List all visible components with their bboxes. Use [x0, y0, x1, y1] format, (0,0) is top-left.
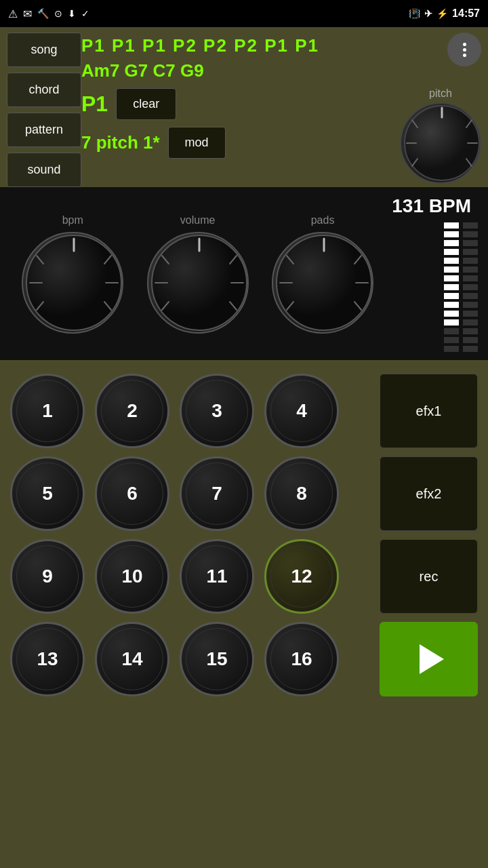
pad-1[interactable]: 1	[10, 374, 85, 448]
rec-button[interactable]: rec	[380, 539, 478, 614]
current-pattern-id: P1	[81, 92, 108, 117]
pad-14[interactable]: 14	[95, 622, 169, 696]
bpm-knob[interactable]	[22, 232, 123, 334]
pad-13[interactable]: 13	[10, 622, 85, 696]
pitch-knob[interactable]	[400, 102, 481, 184]
pad-7[interactable]: 7	[180, 456, 254, 531]
bpm-value: 131 BPM	[392, 195, 478, 217]
volume-knob-svg[interactable]	[148, 232, 247, 334]
pad-3[interactable]: 3	[180, 374, 254, 448]
pattern-sequence: P1 P1 P1 P2 P2 P2 P1 P1	[81, 35, 400, 56]
left-nav-buttons: song chord pattern sound	[7, 33, 81, 187]
mail-icon: ✉	[23, 7, 32, 20]
pattern-controls: P1 clear	[81, 88, 400, 120]
bpm-label: bpm	[62, 214, 83, 226]
more-options-button[interactable]	[447, 33, 481, 66]
status-right-icons: 📳 ✈ ⚡ 14:57	[409, 7, 480, 20]
volume-label: volume	[180, 214, 216, 226]
pads-knob[interactable]	[272, 232, 373, 334]
more-dot-2	[463, 48, 466, 52]
mod-button[interactable]: mod	[168, 127, 226, 159]
pad-10[interactable]: 10	[95, 539, 169, 614]
right-level-bar	[463, 222, 478, 352]
more-dot-3	[463, 54, 466, 57]
pads-knob-svg[interactable]	[273, 232, 372, 334]
play-button[interactable]	[380, 622, 478, 696]
pads-section: 1 2 3 4 efx1 5 6 7 8 efx2 9 10 11 12 rec…	[0, 367, 488, 703]
pad-11[interactable]: 11	[180, 539, 254, 614]
pad-4[interactable]: 4	[264, 374, 339, 448]
pad-12[interactable]: 12	[264, 539, 339, 614]
globe-icon: ⊙	[54, 8, 62, 19]
warning-icon: ⚠	[8, 7, 18, 20]
sound-button[interactable]: sound	[7, 153, 81, 187]
song-button[interactable]: song	[7, 33, 81, 67]
hammer-icon: 🔨	[37, 8, 49, 19]
efx1-button[interactable]: efx1	[380, 374, 478, 448]
vibrate-icon: 📳	[409, 8, 420, 19]
pitch-label: pitch	[429, 87, 452, 100]
more-dot-1	[463, 43, 466, 46]
status-icons: ⚠ ✉ 🔨 ⊙ ⬇ ✓	[8, 7, 89, 20]
volume-knob-group: volume	[135, 214, 260, 334]
clock: 14:57	[452, 7, 480, 20]
volume-knob[interactable]	[147, 232, 249, 334]
sound-controls: 7 pitch 1* mod	[81, 127, 400, 159]
pad-2[interactable]: 2	[95, 374, 169, 448]
pad-row-2: 5 6 7 8 efx2	[10, 456, 478, 531]
pad-9[interactable]: 9	[10, 539, 85, 614]
left-level-bar	[444, 222, 459, 352]
pitch-knob-svg[interactable]	[401, 102, 480, 184]
chord-progression: Am7 G7 C7 G9	[81, 60, 400, 81]
pattern-button[interactable]: pattern	[7, 113, 81, 147]
efx2-button[interactable]: efx2	[380, 456, 478, 531]
bpm-section: bpm	[0, 187, 488, 360]
airplane-icon: ✈	[424, 8, 432, 19]
pad-row-3: 9 10 11 12 rec	[10, 539, 478, 614]
pad-16[interactable]: 16	[264, 622, 339, 696]
pad-row-1: 1 2 3 4 efx1	[10, 374, 478, 448]
pad-15[interactable]: 15	[180, 622, 254, 696]
main-content: song chord pattern sound P1 P1 P1 P2 P2 …	[0, 27, 488, 703]
download-icon: ⬇	[68, 8, 76, 19]
pad-5[interactable]: 5	[10, 456, 85, 531]
bpm-knob-group: bpm	[10, 214, 135, 334]
pad-6[interactable]: 6	[95, 456, 169, 531]
pads-knob-group: pads	[260, 214, 385, 334]
pads-label: pads	[311, 214, 335, 226]
header-row: song chord pattern sound P1 P1 P1 P2 P2 …	[0, 27, 488, 187]
info-area: P1 P1 P1 P2 P2 P2 P1 P1 Am7 G7 C7 G9 P1 …	[81, 33, 400, 187]
pad-row-4: 13 14 15 16	[10, 622, 478, 696]
bpm-knob-svg[interactable]	[23, 232, 122, 334]
clear-button[interactable]: clear	[116, 88, 176, 120]
check-icon: ✓	[81, 8, 89, 19]
battery-icon: ⚡	[436, 8, 448, 19]
sound-info: 7 pitch 1*	[81, 132, 160, 153]
status-bar: ⚠ ✉ 🔨 ⊙ ⬇ ✓ 📳 ✈ ⚡ 14:57	[0, 0, 488, 27]
pad-8[interactable]: 8	[264, 456, 339, 531]
chord-button[interactable]: chord	[7, 73, 81, 107]
volume-level-bars	[444, 222, 478, 352]
play-icon	[420, 644, 444, 674]
